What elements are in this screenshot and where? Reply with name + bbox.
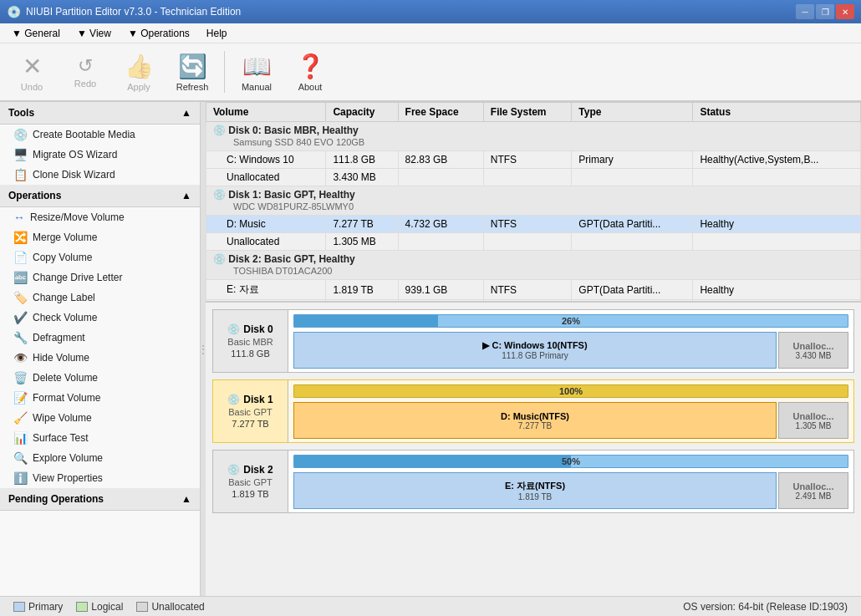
table-row[interactable]: C: Windows 10 111.8 GB 82.83 GB NTFS Pri… bbox=[206, 151, 861, 169]
disk2-visual-inner: 50% E: 자료(NTFS) 1.819 TB Unalloc... 2.49… bbox=[288, 451, 853, 512]
sidebar-item-hide[interactable]: 👁️ Hide Volume bbox=[0, 348, 200, 368]
disk1-unalloc[interactable]: Unalloc... 1.305 MB bbox=[778, 402, 848, 439]
legend-primary: Primary bbox=[13, 601, 63, 613]
disk1-bar-bg: 100% bbox=[293, 384, 848, 398]
disk0-bar-label: 26% bbox=[294, 315, 848, 327]
disk2-subtitle: TOSHIBA DT01ACA200 bbox=[213, 266, 332, 276]
disk0-unalloc-label: Unalloc... bbox=[793, 341, 834, 351]
app-title: NIUBI Partition Editor v7.3.0 - Technici… bbox=[26, 6, 796, 18]
about-label: About bbox=[298, 82, 323, 92]
col-volume: Volume bbox=[206, 103, 326, 122]
sidebar-item-create-bootable-label: Create Bootable Media bbox=[33, 129, 135, 140]
menubar: ▼ General ▼ View ▼ Operations Help bbox=[0, 23, 861, 43]
restore-button[interactable]: ❐ bbox=[816, 4, 834, 19]
disk1-bar-label: 100% bbox=[294, 385, 848, 397]
d0p0-capacity: 111.8 GB bbox=[326, 151, 398, 169]
sidebar-item-format[interactable]: 📝 Format Volume bbox=[0, 388, 200, 408]
pending-collapse-icon: ▲ bbox=[181, 493, 191, 505]
d2p0-type: GPT(Data Partiti... bbox=[572, 280, 693, 300]
sidebar-item-defrag[interactable]: 🔧 Defragment bbox=[0, 328, 200, 348]
sidebar-item-change-label[interactable]: 🏷️ Change Label bbox=[0, 288, 200, 308]
sidebar-item-create-bootable[interactable]: 💿 Create Bootable Media bbox=[0, 125, 200, 145]
apply-button[interactable]: 👍 Apply bbox=[114, 47, 164, 97]
disk2-header-row[interactable]: 💿 Disk 2: Basic GPT, Healthy TOSHIBA DT0… bbox=[206, 251, 861, 280]
sidebar-item-clone-disk[interactable]: 📋 Clone Disk Wizard bbox=[0, 165, 200, 185]
sidebar-item-copy[interactable]: 📄 Copy Volume bbox=[0, 247, 200, 267]
sidebar-item-change-letter[interactable]: 🔤 Change Drive Letter bbox=[0, 267, 200, 288]
table-row[interactable]: E: 자료 1.819 TB 939.1 GB NTFS GPT(Data Pa… bbox=[206, 280, 861, 300]
disk0-partition-c[interactable]: ▶ C: Windows 10(NTFS) 111.8 GB Primary bbox=[293, 332, 777, 369]
disk2-visual-label: 💿 Disk 2 Basic GPT 1.819 TB bbox=[213, 451, 288, 512]
sidebar-item-surface[interactable]: 📊 Surface Test bbox=[0, 428, 200, 448]
redo-button[interactable]: ↺ Redo bbox=[60, 47, 110, 97]
explore-icon: 🔍 bbox=[13, 451, 28, 465]
legend-logical: Logical bbox=[76, 601, 123, 613]
menu-general-label: ▼ General bbox=[12, 28, 60, 39]
refresh-icon: 🔄 bbox=[178, 53, 207, 80]
apply-label: Apply bbox=[127, 82, 150, 92]
operations-section-content: ↔️ Resize/Move Volume 🔀 Merge Volume 📄 C… bbox=[0, 207, 200, 488]
disk0-partitions: ▶ C: Windows 10(NTFS) 111.8 GB Primary U… bbox=[293, 332, 848, 369]
disk2-unalloc-label: Unalloc... bbox=[793, 481, 834, 491]
disk2-partition-e-name: E: 자료(NTFS) bbox=[505, 480, 565, 492]
disk1-partition-d-name: D: Music(NTFS) bbox=[501, 411, 569, 421]
disk0-unalloc[interactable]: Unalloc... 3.430 MB bbox=[778, 332, 848, 369]
about-button[interactable]: ❓ About bbox=[285, 47, 335, 97]
d0p1-type bbox=[572, 169, 693, 186]
menu-view[interactable]: ▼ View bbox=[69, 26, 120, 41]
disk0-header-row[interactable]: 💿 Disk 0: Basic MBR, Healthy Samsung SSD… bbox=[206, 122, 861, 151]
change-label-icon: 🏷️ bbox=[13, 291, 28, 304]
d2p0-capacity: 1.819 TB bbox=[326, 280, 398, 300]
legend-logical-box bbox=[76, 602, 88, 612]
disk2-bar-bg: 50% bbox=[293, 455, 848, 468]
operations-section-header[interactable]: Operations ▲ bbox=[0, 185, 200, 207]
disk1-partition-d-size: 7.277 TB bbox=[518, 421, 552, 430]
menu-general[interactable]: ▼ General bbox=[3, 26, 69, 41]
sidebar-item-migrate-os[interactable]: 🖥️ Migrate OS Wizard bbox=[0, 145, 200, 165]
disk2-partition-e[interactable]: E: 자료(NTFS) 1.819 TB bbox=[293, 472, 777, 509]
disk0-size-text: 111.8 GB bbox=[231, 349, 269, 359]
sidebar-item-migrate-os-label: Migrate OS Wizard bbox=[33, 149, 117, 160]
sidebar-item-wipe[interactable]: 🧹 Wipe Volume bbox=[0, 408, 200, 428]
sidebar-item-merge[interactable]: 🔀 Merge Volume bbox=[0, 227, 200, 247]
sidebar-item-check[interactable]: ✔️ Check Volume bbox=[0, 308, 200, 328]
sidebar-item-properties-label: View Properties bbox=[33, 472, 103, 484]
table-row[interactable]: Unallocated 1.305 MB bbox=[206, 233, 861, 251]
disk2-name-text: Disk 2 bbox=[243, 464, 273, 476]
d0p0-name: C: Windows 10 bbox=[206, 151, 326, 169]
statusbar: Primary Logical Unallocated OS version: … bbox=[0, 596, 861, 616]
col-status: Status bbox=[693, 103, 861, 122]
sidebar-item-properties[interactable]: ℹ️ View Properties bbox=[0, 468, 200, 488]
refresh-button[interactable]: 🔄 Refresh bbox=[167, 47, 217, 97]
table-row[interactable]: D: Music 7.277 TB 4.732 GB NTFS GPT(Data… bbox=[206, 216, 861, 233]
d0p1-fs bbox=[483, 169, 572, 186]
merge-icon: 🔀 bbox=[13, 231, 28, 244]
close-button[interactable]: ✕ bbox=[836, 4, 854, 19]
disk2-unalloc[interactable]: Unalloc... 2.491 MB bbox=[778, 472, 848, 509]
disk2-bar-label: 50% bbox=[294, 456, 848, 467]
undo-button[interactable]: ✕ Undo bbox=[7, 47, 57, 97]
tools-section-header[interactable]: Tools ▲ bbox=[0, 102, 200, 125]
disk1-size-text: 7.277 TB bbox=[232, 419, 268, 429]
disk2-visual-row: 💿 Disk 2 Basic GPT 1.819 TB 50% bbox=[212, 450, 854, 513]
sidebar-item-explore[interactable]: 🔍 Explore Volume bbox=[0, 448, 200, 468]
disk1-unalloc-size: 1.305 MB bbox=[796, 421, 832, 430]
d1p0-free: 4.732 GB bbox=[398, 216, 483, 233]
menu-help[interactable]: Help bbox=[198, 26, 236, 41]
disk1-partition-d[interactable]: D: Music(NTFS) 7.277 TB bbox=[293, 402, 777, 439]
toolbar: ✕ Undo ↺ Redo 👍 Apply 🔄 Refresh 📖 Manual… bbox=[0, 43, 861, 102]
menu-operations[interactable]: ▼ Operations bbox=[120, 26, 198, 41]
table-row[interactable]: Unallocated 3.430 MB bbox=[206, 169, 861, 186]
sidebar-item-delete[interactable]: 🗑️ Delete Volume bbox=[0, 368, 200, 388]
sidebar-item-change-label-label: Change Label bbox=[33, 292, 95, 303]
manual-button[interactable]: 📖 Manual bbox=[232, 47, 282, 97]
disk1-header-row[interactable]: 💿 Disk 1: Basic GPT, Healthy WDC WD81PUR… bbox=[206, 186, 861, 216]
d1p1-free bbox=[398, 233, 483, 251]
partition-table[interactable]: Volume Capacity Free Space File System T… bbox=[206, 102, 861, 303]
pending-section-header[interactable]: Pending Operations ▲ bbox=[0, 488, 200, 511]
sidebar-item-copy-label: Copy Volume bbox=[33, 252, 92, 263]
sidebar-item-change-letter-label: Change Drive Letter bbox=[33, 272, 122, 283]
disk2-visual-name: 💿 Disk 2 bbox=[227, 464, 273, 476]
sidebar-item-resize[interactable]: ↔️ Resize/Move Volume bbox=[0, 207, 200, 227]
minimize-button[interactable]: ─ bbox=[796, 4, 814, 19]
